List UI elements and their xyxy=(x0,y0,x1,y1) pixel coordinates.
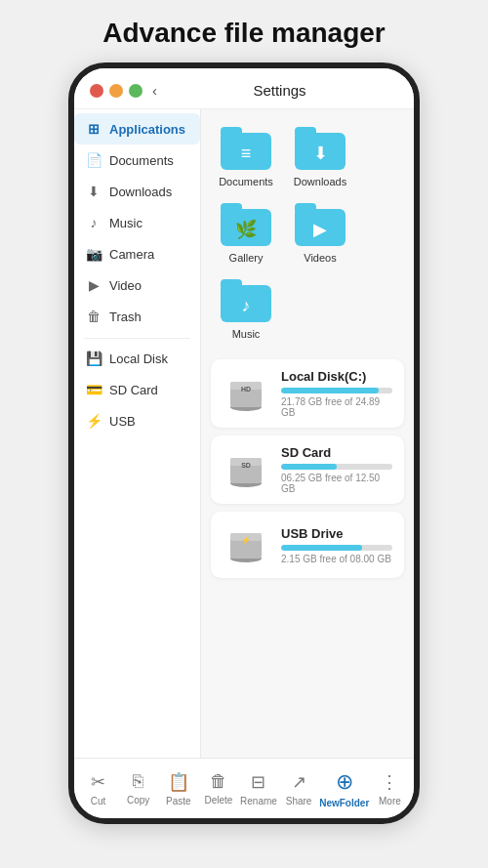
sidebar-label-trash: Trash xyxy=(109,310,142,324)
disk-free-local: 21.78 GB free of 24.89 GB xyxy=(281,396,392,418)
folder-item-documents[interactable]: ≡ Documents xyxy=(211,121,281,193)
content-area: ⊞ Applications 📄 Documents ⬇ Downloads ♪… xyxy=(74,109,414,758)
downloads-icon: ⬇ xyxy=(86,184,102,199)
gallery-folder-symbol: 🌿 xyxy=(235,219,257,240)
sidebar-label-music: Music xyxy=(109,216,142,230)
sidebar-label-camera: Camera xyxy=(109,247,154,262)
svg-text:SD: SD xyxy=(241,462,251,469)
sidebar-item-downloads[interactable]: ⬇ Downloads xyxy=(74,176,200,207)
disk-free-sd: 06.25 GB free of 12.50 GB xyxy=(281,473,392,494)
bottom-bar: ✂ Cut ⎘ Copy 📋 Paste 🗑 Delete ⊟ Rename ↗… xyxy=(74,758,414,818)
sidebar-label-sd-card: SD Card xyxy=(109,383,158,397)
trash-icon: 🗑 xyxy=(86,309,102,324)
folder-item-videos[interactable]: ▶ Videos xyxy=(285,197,355,269)
disk-bar-sd xyxy=(281,464,392,470)
sidebar-item-documents[interactable]: 📄 Documents xyxy=(74,145,200,176)
cut-button[interactable]: ✂ Cut xyxy=(79,771,118,806)
paste-button[interactable]: 📋 Paste xyxy=(159,771,198,806)
share-button[interactable]: ↗ Share xyxy=(279,771,318,806)
documents-folder-symbol: ≡ xyxy=(241,144,252,164)
svg-text:HD: HD xyxy=(241,386,251,393)
disk-icon-usb: ⚡ xyxy=(223,521,269,568)
disk-fill-sd xyxy=(281,464,337,470)
share-label: Share xyxy=(286,796,312,806)
usb-icon: ⚡ xyxy=(86,413,102,429)
disk-name-sd: SD Card xyxy=(281,445,392,460)
disk-info-sd: SD Card 06.25 GB free of 12.50 GB xyxy=(281,445,392,494)
sidebar-item-local-disk[interactable]: 💾 Local Disk xyxy=(74,343,200,374)
downloads-folder-symbol: ⬇ xyxy=(313,143,328,164)
disk-item-sd[interactable]: SD SD Card 06.25 GB free of 12.50 GB xyxy=(211,435,404,504)
folder-label-music: Music xyxy=(232,328,261,340)
camera-icon: 📷 xyxy=(86,246,102,262)
disk-fill-usb xyxy=(281,545,362,551)
new-folder-button[interactable]: ⊕ NewFolder xyxy=(319,769,369,808)
documents-icon: 📄 xyxy=(86,152,102,168)
svg-text:⚡: ⚡ xyxy=(241,535,251,545)
maximize-btn[interactable] xyxy=(129,84,142,98)
video-icon: ▶ xyxy=(86,277,102,293)
copy-button[interactable]: ⎘ Copy xyxy=(119,771,158,806)
disk-bar-local xyxy=(281,388,392,393)
folder-label-gallery: Gallery xyxy=(229,252,264,264)
paste-label: Paste xyxy=(166,796,191,806)
disk-info-usb: USB Drive 2.15 GB free of 08.00 GB xyxy=(281,526,392,564)
copy-icon: ⎘ xyxy=(133,771,143,792)
more-icon: ⋮ xyxy=(381,771,398,793)
back-icon[interactable]: ‹ xyxy=(152,82,157,99)
disk-name-local: Local Disk(C:) xyxy=(281,369,392,384)
sidebar-item-trash[interactable]: 🗑 Trash xyxy=(74,301,200,332)
rename-icon: ⊟ xyxy=(251,771,265,793)
sidebar-item-music[interactable]: ♪ Music xyxy=(74,207,200,238)
hd-drive-icon: HD xyxy=(224,372,267,415)
close-btn[interactable] xyxy=(90,84,103,98)
sidebar-section-1: ⊞ Applications 📄 Documents ⬇ Downloads ♪… xyxy=(74,113,200,332)
applications-icon: ⊞ xyxy=(86,121,102,137)
rename-button[interactable]: ⊟ Rename xyxy=(239,771,278,806)
disk-item-usb[interactable]: ⚡ USB Drive 2.15 GB free of 08.00 GB xyxy=(211,512,404,578)
top-bar: ‹ Settings xyxy=(74,68,414,109)
more-button[interactable]: ⋮ More xyxy=(370,771,409,806)
folder-icon-downloads: ⬇ xyxy=(295,127,346,170)
disk-free-usb: 2.15 GB free of 08.00 GB xyxy=(281,554,392,564)
disk-icon-local: HD xyxy=(223,370,269,417)
window-controls xyxy=(90,84,142,98)
disk-icon-sd: SD xyxy=(223,446,269,493)
sidebar-label-usb: USB xyxy=(109,414,136,429)
disk-item-local[interactable]: HD Local Disk(C:) 21.78 GB free of 24.89… xyxy=(211,359,404,428)
share-icon: ↗ xyxy=(292,771,306,793)
delete-button[interactable]: 🗑 Delete xyxy=(199,771,238,806)
sidebar-label-applications: Applications xyxy=(109,122,185,137)
delete-icon: 🗑 xyxy=(210,771,227,792)
sidebar-item-video[interactable]: ▶ Video xyxy=(74,269,200,301)
folder-label-videos: Videos xyxy=(304,252,336,264)
folder-label-documents: Documents xyxy=(219,176,273,187)
copy-label: Copy xyxy=(127,795,149,806)
sd-drive-icon: SD xyxy=(224,448,267,491)
sidebar-label-video: Video xyxy=(109,278,142,293)
sidebar-item-applications[interactable]: ⊞ Applications xyxy=(74,113,200,145)
music-folder-symbol: ♪ xyxy=(242,296,251,316)
minimize-btn[interactable] xyxy=(109,84,123,98)
sd-card-icon: 💳 xyxy=(86,382,102,397)
page-title: Advance file manager xyxy=(0,18,488,49)
usb-drive-icon: ⚡ xyxy=(224,523,267,566)
sidebar-divider xyxy=(84,338,190,339)
sidebar-item-sd-card[interactable]: 💳 SD Card xyxy=(74,374,200,405)
new-folder-icon: ⊕ xyxy=(336,769,353,795)
sidebar-label-local-disk: Local Disk xyxy=(109,351,168,366)
main-panel: ≡ Documents ⬇ Downloads xyxy=(201,109,414,758)
folder-icon-videos: ▶ xyxy=(295,203,346,246)
disk-list: HD Local Disk(C:) 21.78 GB free of 24.89… xyxy=(211,359,404,578)
folder-item-music[interactable]: ♪ Music xyxy=(211,273,281,346)
delete-label: Delete xyxy=(204,795,232,806)
folder-icon-gallery: 🌿 xyxy=(221,203,271,246)
sidebar-item-usb[interactable]: ⚡ USB xyxy=(74,405,200,436)
folder-label-downloads: Downloads xyxy=(294,176,346,187)
folder-item-gallery[interactable]: 🌿 Gallery xyxy=(211,197,281,269)
folder-grid: ≡ Documents ⬇ Downloads xyxy=(211,121,404,346)
folder-item-downloads[interactable]: ⬇ Downloads xyxy=(285,121,355,193)
folder-icon-music: ♪ xyxy=(221,279,271,322)
sidebar-item-camera[interactable]: 📷 Camera xyxy=(74,238,200,269)
videos-folder-symbol: ▶ xyxy=(313,219,327,240)
